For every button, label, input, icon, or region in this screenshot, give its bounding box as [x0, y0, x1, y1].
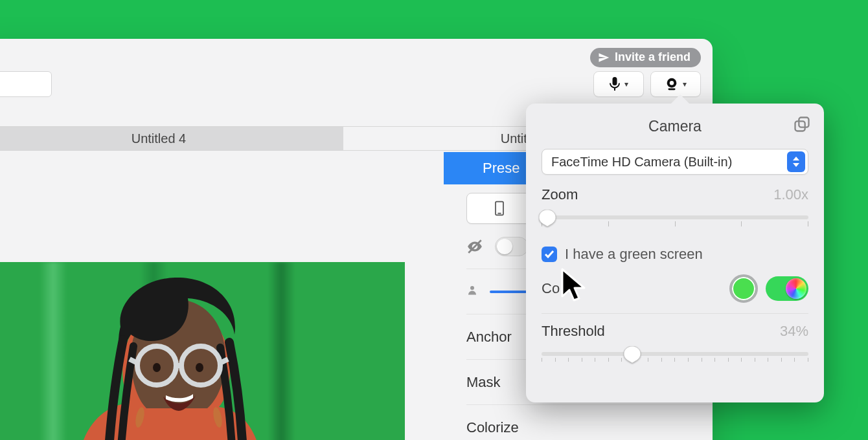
detach-popover-button[interactable]	[793, 115, 811, 133]
camera-dropdown-button[interactable]: ▾	[650, 71, 701, 97]
webcam-icon	[665, 77, 679, 91]
threshold-value: 34%	[780, 323, 808, 340]
popover-arrow	[671, 94, 689, 104]
co-slider-segment[interactable]	[490, 291, 529, 293]
eye-off-icon	[466, 238, 483, 255]
visibility-toggle[interactable]	[495, 237, 529, 256]
svg-point-9	[153, 363, 161, 372]
mask-label: Mask	[466, 374, 501, 391]
anchor-label: Anchor	[466, 329, 512, 346]
invite-friend-button[interactable]: Invite a friend	[590, 48, 701, 67]
camera-device-select[interactable]: FaceTime HD Camera (Built-in)	[542, 149, 808, 175]
person-preview-illustration	[45, 262, 285, 440]
svg-point-10	[196, 363, 203, 372]
green-screen-checkbox-row[interactable]: I have a green screen	[542, 246, 808, 263]
invite-label: Invite a friend	[615, 50, 691, 64]
green-screen-label: I have a green screen	[565, 246, 703, 263]
person-icon	[466, 284, 478, 299]
paper-plane-icon	[598, 52, 610, 63]
color-wheel-icon	[786, 278, 806, 299]
title-input[interactable]	[0, 71, 52, 97]
green-screen-checkbox[interactable]	[542, 247, 557, 262]
toolbar: ▾ ▾	[593, 71, 701, 97]
camera-settings-popover: Camera FaceTime HD Camera (Built-in) Zoo…	[526, 104, 824, 402]
color-label: Co	[542, 280, 560, 297]
chevron-down-icon: ▾	[624, 80, 628, 89]
camera-device-value: FaceTime HD Camera (Built-in)	[551, 155, 787, 170]
svg-rect-2	[668, 88, 676, 90]
chroma-color-swatch[interactable]	[729, 274, 758, 303]
phone-icon	[493, 201, 506, 216]
colorize-row: Colorize	[466, 405, 713, 440]
mic-icon	[609, 77, 621, 91]
zoom-value: 1.00x	[773, 186, 808, 203]
threshold-label: Threshold	[542, 323, 605, 340]
chevron-down-icon: ▾	[683, 80, 687, 89]
colorize-label: Colorize	[466, 419, 519, 436]
zoom-label: Zoom	[542, 186, 578, 203]
svg-rect-4	[497, 213, 501, 214]
video-preview	[0, 262, 405, 440]
check-icon	[544, 249, 554, 259]
color-row: Co	[542, 274, 808, 314]
select-stepper-icon	[787, 151, 805, 172]
tab-untitled-4[interactable]: Untitled 4	[0, 126, 343, 151]
chroma-enable-toggle[interactable]	[766, 276, 808, 301]
popover-title: Camera	[648, 118, 702, 135]
svg-point-1	[670, 81, 674, 85]
present-label: Prese	[483, 160, 520, 177]
mic-dropdown-button[interactable]: ▾	[593, 71, 644, 97]
threshold-slider[interactable]	[542, 344, 808, 366]
zoom-slider[interactable]	[542, 207, 808, 229]
svg-point-6	[470, 286, 474, 290]
